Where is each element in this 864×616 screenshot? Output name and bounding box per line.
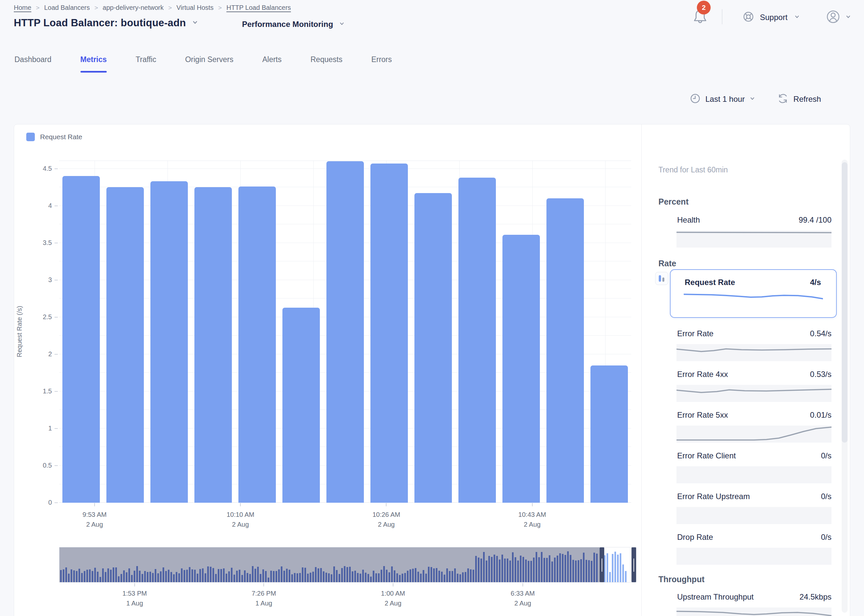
brush-tick [523,583,523,586]
refresh-icon [777,93,789,106]
tab-errors[interactable]: Errors [371,55,392,72]
brush-bar [257,567,259,582]
brush-bar [249,574,251,582]
request-rate-bar[interactable] [239,187,276,503]
brush-bar [299,573,301,582]
tab-traffic[interactable]: Traffic [136,55,156,72]
brush-bar [575,561,577,582]
x-tick [532,503,533,506]
brush-bar [176,572,178,582]
brush-bar [588,560,590,582]
panel-scrollbar-thumb[interactable] [842,162,848,443]
y-tick [55,317,58,317]
metric-name: Error Rate Client [677,451,736,460]
brush-bar [200,569,201,582]
legend-item-request-rate[interactable]: Request Rate [26,133,82,141]
request-rate-bar[interactable] [547,198,584,503]
brush-bar [110,570,112,582]
title-chevron-down-icon[interactable] [191,18,199,28]
brush-handle-right[interactable] [632,547,636,582]
metric-name: Error Rate 5xx [677,410,728,420]
brush-bar [554,558,556,582]
request-rate-bar[interactable] [327,161,364,503]
breadcrumb-item[interactable]: Home [14,4,31,11]
page: Home>Load Balancers>app-delivery-network… [0,0,864,616]
breadcrumb-item[interactable]: HTTP Load Balancers [226,4,291,11]
request-rate-bar[interactable] [63,176,100,503]
refresh-button[interactable]: Refresh [777,93,821,106]
breadcrumb-item[interactable]: Virtual Hosts [176,4,214,11]
request-rate-bar[interactable] [415,193,452,503]
brush-handle-left[interactable] [600,547,604,582]
breadcrumb-item[interactable]: Load Balancers [44,4,90,11]
brush-bar [446,568,448,582]
y-tick-label: 4.5 [29,165,52,172]
brush-bar [317,568,319,582]
brush-bar [278,569,280,582]
section-header-percent: Percent [658,197,689,207]
request-rate-bar[interactable] [151,181,188,503]
brush-bar [283,571,285,582]
brush-bar [309,573,311,582]
brush-bar [473,570,474,582]
brush-bar [305,568,306,582]
request-rate-bar[interactable] [107,187,144,503]
brush-bar [152,573,154,582]
request-rate-bar-chart [59,160,631,503]
view-selector[interactable]: Performance Monitoring [242,20,346,29]
brush-bar [512,552,514,582]
tab-alerts[interactable]: Alerts [262,55,282,72]
brush-bar [220,569,222,582]
section-header-rate: Rate [658,259,676,268]
request-rate-bar[interactable] [591,365,628,503]
brush-bar [614,552,616,582]
brush-bar [194,570,196,582]
brush-bar [173,574,175,582]
y-tick [55,168,58,169]
tab-requests[interactable]: Requests [310,55,342,72]
brush-bar [297,573,298,582]
breadcrumb-separator-icon: > [168,4,172,11]
clock-icon [690,93,701,105]
request-rate-bar[interactable] [459,178,496,503]
panel-divider [641,124,642,616]
request-rate-bar[interactable] [195,187,232,503]
y-tick-label: 3.5 [29,239,52,247]
time-range-selector[interactable]: Last 1 hour [690,93,756,105]
request-rate-bar[interactable] [503,235,540,503]
chart-type-button[interactable] [655,272,668,285]
brush-bar [192,569,193,582]
brush-bar [541,552,542,582]
brush-bar [617,555,619,582]
support-menu[interactable]: Support [741,10,801,25]
brush-bar [562,554,564,582]
metric-name: Drop Rate [677,533,713,542]
tab-dashboard[interactable]: Dashboard [14,55,52,72]
brush-bar [438,571,440,582]
brush-bar [291,574,293,582]
breadcrumb-separator-icon: > [218,4,221,11]
time-brush[interactable] [59,547,636,583]
brush-bar [596,554,598,582]
brush-bar [89,569,91,582]
user-menu[interactable] [824,8,852,27]
request-rate-bar[interactable] [283,308,320,503]
brush-bar [410,569,411,582]
tab-origin-servers[interactable]: Origin Servers [185,55,234,72]
metric-value: 0/s [733,533,831,542]
brush-bar [388,572,390,582]
breadcrumb-item[interactable]: app-delivery-network [103,4,164,11]
brush-bar [407,571,408,582]
brush-bar [507,559,508,582]
section-header-throughput: Throughput [658,575,704,584]
brush-bar [241,575,243,582]
brush-bar [76,571,77,582]
brush-bar [612,554,613,582]
brush-bar [204,573,206,582]
brush-bar [362,570,364,582]
brush-bar [567,551,569,582]
tab-metrics[interactable]: Metrics [80,55,107,72]
brush-bar [105,572,107,582]
brush-bar [226,574,227,582]
request-rate-bar[interactable] [371,163,408,503]
